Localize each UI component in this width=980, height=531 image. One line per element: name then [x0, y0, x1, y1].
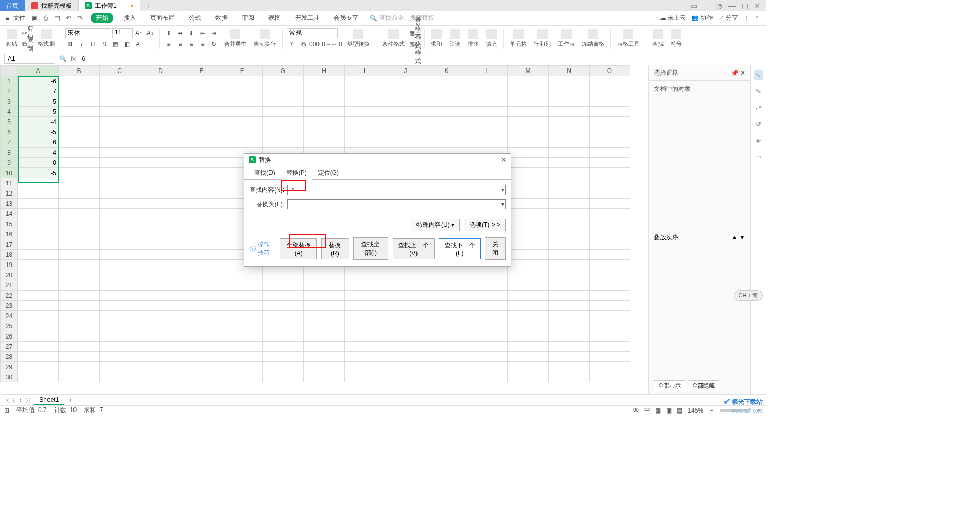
cell-J22[interactable] [385, 291, 426, 301]
view-pagelayout-icon[interactable]: ▣ [666, 407, 672, 414]
cell-M19[interactable] [508, 260, 549, 270]
cell-K3[interactable] [426, 96, 467, 107]
cell-C28[interactable] [100, 352, 140, 362]
cell-A12[interactable] [18, 188, 59, 199]
cell-G24[interactable] [263, 311, 304, 321]
cell-A20[interactable] [18, 270, 59, 280]
italic-icon[interactable]: I [77, 39, 87, 50]
special-content-button[interactable]: 特殊内容(U) ▾ [411, 219, 460, 231]
cell-I27[interactable] [345, 342, 385, 352]
cell-O27[interactable] [590, 342, 630, 352]
cell-D9[interactable] [140, 158, 181, 168]
cell-H21[interactable] [304, 280, 345, 291]
cell-B18[interactable] [59, 250, 100, 260]
cell-H27[interactable] [304, 342, 345, 352]
cell-O5[interactable] [590, 117, 630, 127]
cell-J24[interactable] [385, 311, 426, 321]
cell-N11[interactable] [549, 178, 590, 188]
comma-icon[interactable]: 000 [309, 39, 320, 50]
cell-E9[interactable] [181, 158, 222, 168]
cell-K28[interactable] [426, 352, 467, 362]
cell-L22[interactable] [467, 291, 508, 301]
cell-O25[interactable] [590, 321, 630, 331]
cell-N16[interactable] [549, 229, 590, 239]
apps-icon[interactable]: ▦ [703, 2, 710, 10]
cell-D15[interactable] [140, 219, 181, 229]
tab-workbook[interactable]: S工作簿1● [79, 0, 140, 11]
cell-B12[interactable] [59, 188, 100, 199]
cell-A25[interactable] [18, 321, 59, 331]
cell-N19[interactable] [549, 260, 590, 270]
increase-font-icon[interactable]: A↑ [134, 28, 144, 38]
chevron-down-icon[interactable]: ▾ [501, 201, 504, 208]
dialog-tab-goto[interactable]: 定位(G) [312, 166, 345, 180]
cell-K21[interactable] [426, 280, 467, 291]
table-tools[interactable]: 表格工具 [615, 29, 642, 48]
cell-F1[interactable] [222, 76, 263, 86]
cell-N24[interactable] [549, 311, 590, 321]
underline-icon[interactable]: U [88, 39, 98, 50]
cell-K1[interactable] [426, 76, 467, 86]
cell-K24[interactable] [426, 311, 467, 321]
cell-N8[interactable] [549, 148, 590, 158]
cell-E12[interactable] [181, 188, 222, 199]
cell-F2[interactable] [222, 86, 263, 96]
cell-M20[interactable] [508, 270, 549, 280]
cell-M24[interactable] [508, 311, 549, 321]
sheet-prev-icon[interactable]: ⟨ [13, 397, 15, 404]
cond-format[interactable]: 条件格式 [380, 29, 407, 48]
find[interactable]: 查找 [650, 29, 666, 48]
cell-E2[interactable] [181, 86, 222, 96]
cell-B14[interactable] [59, 209, 100, 219]
cell-E17[interactable] [181, 239, 222, 250]
cell-E28[interactable] [181, 352, 222, 362]
cell-K29[interactable] [426, 362, 467, 372]
cell-A13[interactable] [18, 199, 59, 209]
cell-B23[interactable] [59, 301, 100, 311]
cell-D1[interactable] [140, 76, 181, 86]
cell-E18[interactable] [181, 250, 222, 260]
dialog-tab-replace[interactable]: 替换(P) [281, 166, 312, 180]
cell-J30[interactable] [385, 372, 426, 382]
cell-M1[interactable] [508, 76, 549, 86]
cell-K7[interactable] [426, 137, 467, 148]
cell-O10[interactable] [590, 168, 630, 178]
cell-G26[interactable] [263, 331, 304, 342]
cell-M9[interactable] [508, 158, 549, 168]
cell-L29[interactable] [467, 362, 508, 372]
cell-I6[interactable] [345, 127, 385, 137]
cell-N22[interactable] [549, 291, 590, 301]
cell-K5[interactable] [426, 117, 467, 127]
strike-icon[interactable]: S [99, 39, 109, 50]
cell-G28[interactable] [263, 352, 304, 362]
cell-M28[interactable] [508, 352, 549, 362]
cell-N1[interactable] [549, 76, 590, 86]
cell-C9[interactable] [100, 158, 140, 168]
cell-J3[interactable] [385, 96, 426, 107]
minimize-icon[interactable]: ― [728, 2, 736, 10]
zoom-out-icon[interactable]: － [708, 406, 715, 415]
cell-L30[interactable] [467, 372, 508, 382]
cell-G6[interactable] [263, 127, 304, 137]
cell-E26[interactable] [181, 331, 222, 342]
cell-E27[interactable] [181, 342, 222, 352]
share-button[interactable]: ↗ 分享 [718, 14, 738, 22]
cell-A6[interactable]: -5 [18, 127, 59, 137]
decrease-font-icon[interactable]: A↓ [145, 28, 155, 38]
currency-icon[interactable]: ¥ [287, 39, 297, 50]
cell-O2[interactable] [590, 86, 630, 96]
cell-D22[interactable] [140, 291, 181, 301]
cell-A18[interactable] [18, 250, 59, 260]
sum[interactable]: 求和 [429, 29, 444, 48]
cell-B3[interactable] [59, 96, 100, 107]
paste-group[interactable]: 粘贴 [4, 29, 19, 48]
cell-D20[interactable] [140, 270, 181, 280]
cell-F26[interactable] [222, 331, 263, 342]
align-middle-icon[interactable]: ⬌ [175, 28, 185, 38]
cell-C20[interactable] [100, 270, 140, 280]
cell-G4[interactable] [263, 107, 304, 117]
cell-M5[interactable] [508, 117, 549, 127]
cell-C2[interactable] [100, 86, 140, 96]
cell-M4[interactable] [508, 107, 549, 117]
cell-I5[interactable] [345, 117, 385, 127]
